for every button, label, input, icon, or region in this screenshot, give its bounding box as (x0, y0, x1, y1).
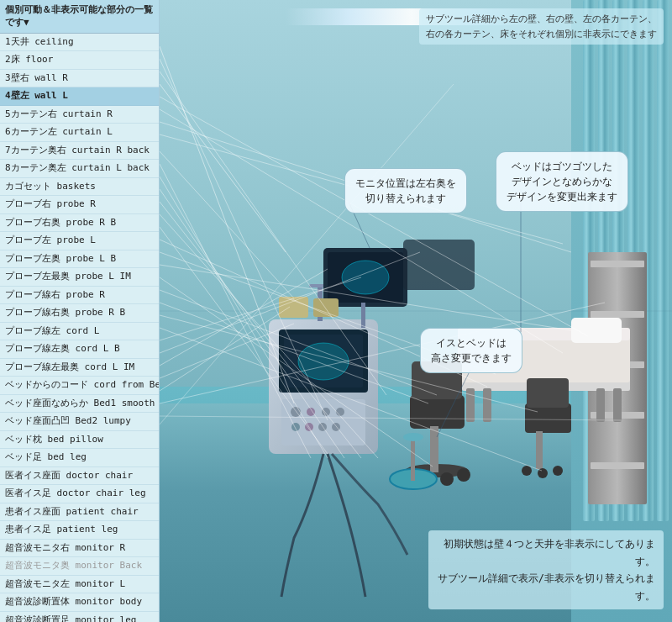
list-item-13[interactable]: プローブ左奥 probe L B (0, 250, 159, 269)
list-item-33[interactable]: 超音波診断置足 monitor leg (0, 612, 159, 622)
left-panel: 個別可動＆非表示可能な部分の一覧です▼ 1天井 ceiling2床 floor3… (0, 0, 160, 622)
curtain-fold-5 (643, 0, 654, 521)
curtain-fold-6 (657, 0, 669, 521)
curtain-fold-1 (583, 0, 595, 521)
list-item-28[interactable]: 患者イス足 patient leg (0, 521, 159, 540)
list-item-29[interactable]: 超音波モニタ右 monitor R (0, 540, 159, 558)
speech-bubble-2: ベッドはゴツゴツしたデザインとなめらかなデザインを変更出来ます (496, 151, 628, 212)
bubble-2-text: ベッドはゴツゴツしたデザインとなめらかなデザインを変更出来ます (507, 161, 617, 203)
list-item-8[interactable]: 8カーテン奥左 curtain L back (0, 160, 159, 178)
list-item-19[interactable]: プローブ線左最奥 cord L IM (0, 359, 159, 377)
list-item-11[interactable]: プローブ右奥 probe R B (0, 214, 159, 233)
list-item-6[interactable]: 6カーテン左 curtain L (0, 124, 159, 142)
list-item-31[interactable]: 超音波モニタ左 monitor L (0, 576, 159, 594)
list-item-14[interactable]: プローブ左最奥 probe L IM (0, 268, 159, 287)
list-item-25[interactable]: 医者イス座面 doctor chair (0, 467, 159, 486)
list-item-30[interactable]: 超音波モニタ奥 monitor Back (0, 557, 159, 576)
main-container: 個別可動＆非表示可能な部分の一覧です▼ 1天井 ceiling2床 floor3… (0, 0, 672, 622)
list-item-4[interactable]: 4壁左 wall L (0, 87, 159, 106)
list-item-24[interactable]: ベッド足 bed leg (0, 449, 159, 467)
list-item-18[interactable]: プローブ線左奥 cord L B (0, 340, 159, 359)
bubble-1-text: モニタ位置は左右奥を切り替えられます (355, 177, 456, 204)
list-item-3[interactable]: 3壁右 wall R (0, 70, 159, 88)
bottom-right-info-line1: 初期状態は壁４つと天井を非表示にしてあります。 (437, 535, 655, 570)
list-item-12[interactable]: プローブ左 probe L (0, 232, 159, 250)
curtain-fold-3 (612, 0, 624, 521)
list-item-27[interactable]: 患者イス座面 patient chair (0, 503, 159, 522)
list-item-20[interactable]: ベッドからのコード cord from Bed (0, 377, 159, 395)
list-item-15[interactable]: プローブ線右 probe R (0, 287, 159, 305)
list-item-21[interactable]: ベッド座面なめらか Bed1 smooth (0, 395, 159, 414)
bubble-3-text: イスとベッドは高さ変更できます (431, 337, 512, 364)
panel-title: 個別可動＆非表示可能な部分の一覧です▼ (0, 0, 159, 34)
right-wall (571, 0, 672, 622)
bottom-right-info-line2: サブツール詳細で表示/非表示を切り替えられます。 (437, 570, 655, 604)
curtain-strip (580, 0, 672, 521)
list-item-26[interactable]: 医者イス足 doctor chair leg (0, 485, 159, 503)
list-item-16[interactable]: プローブ線右奥 probe R B (0, 304, 159, 323)
top-right-info: サブツール詳細から左の壁、右の壁、左の各カーテン、 右の各カーテン、床をそれぞれ… (419, 8, 664, 45)
list-item-1[interactable]: 1天井 ceiling (0, 34, 159, 52)
top-right-info-line2: 右の各カーテン、床をそれぞれ個別に非表示にできます (426, 27, 657, 42)
curtain-fold-2 (598, 0, 610, 521)
bottom-right-info: 初期状態は壁４つと天井を非表示にしてあります。 サブツール詳細で表示/非表示を切… (428, 530, 664, 609)
list-item-23[interactable]: ベッド枕 bed pillow (0, 431, 159, 450)
items-list: 1天井 ceiling2床 floor3壁右 wall R4壁左 wall L5… (0, 34, 159, 622)
list-item-7[interactable]: 7カーテン奥右 curtain R back (0, 142, 159, 161)
top-right-info-line1: サブツール詳細から左の壁、右の壁、左の各カーテン、 (426, 12, 657, 27)
speech-bubble-3: イスとベッドは高さ変更できます (420, 328, 522, 373)
list-item-9[interactable]: カゴセット baskets (0, 178, 159, 197)
list-item-22[interactable]: ベッド座面凸凹 Bed2 lumpy (0, 413, 159, 431)
list-item-5[interactable]: 5カーテン右 curtain R (0, 106, 159, 124)
list-item-2[interactable]: 2床 floor (0, 51, 159, 70)
list-item-32[interactable]: 超音波診断置体 monitor body (0, 593, 159, 612)
panel-title-text: 個別可動＆非表示可能な部分の一覧です▼ (5, 4, 153, 28)
list-item-10[interactable]: プローブ右 probe R (0, 196, 159, 214)
list-item-17[interactable]: プローブ線左 cord L (0, 323, 159, 341)
speech-bubble-1: モニタ位置は左右奥を切り替えられます (344, 168, 467, 213)
curtain-fold-4 (627, 0, 639, 521)
scene-area: モニタ位置は左右奥を切り替えられます ベッドはゴツゴツしたデザインとなめらかなデ… (160, 0, 672, 622)
